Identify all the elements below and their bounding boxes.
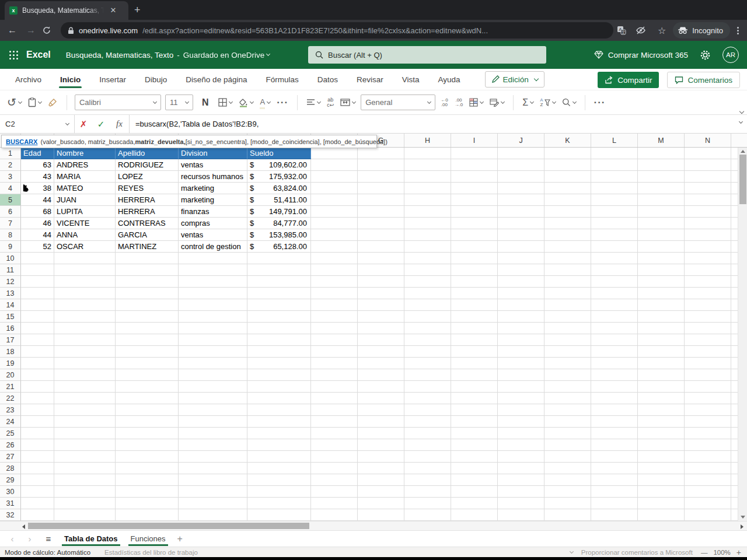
cell-D29[interactable] — [179, 474, 247, 486]
cell-E4[interactable]: $63,824.00 — [247, 183, 311, 194]
cell-A31[interactable] — [21, 498, 54, 509]
cell-C2[interactable]: RODRIGUEZ — [116, 159, 179, 171]
cell-G21[interactable] — [358, 381, 404, 393]
row-header-18[interactable]: 18 — [0, 346, 21, 358]
cell-M16[interactable] — [638, 323, 685, 334]
cell-B5[interactable]: JUAN — [54, 194, 116, 206]
cell-M4[interactable] — [638, 183, 685, 194]
column-header-H[interactable]: H — [404, 134, 451, 147]
cell-H31[interactable] — [404, 498, 451, 509]
insert-function-icon[interactable]: fx — [110, 115, 130, 133]
translate-icon[interactable]: A文 — [617, 26, 632, 35]
cell-J29[interactable] — [498, 474, 544, 486]
cell-I15[interactable] — [451, 311, 498, 323]
cell-E31[interactable] — [247, 498, 311, 509]
cell-G10[interactable] — [358, 253, 404, 264]
cell-K15[interactable] — [544, 311, 591, 323]
cell-B11[interactable] — [54, 264, 116, 276]
cell-N13[interactable] — [685, 288, 731, 299]
cell-A28[interactable] — [21, 463, 54, 474]
cell-M5[interactable] — [638, 194, 685, 206]
cell-J26[interactable] — [498, 439, 544, 451]
save-status-chevron-icon[interactable] — [266, 52, 270, 56]
cell-G17[interactable] — [358, 334, 404, 346]
account-avatar[interactable]: AR — [722, 47, 739, 63]
cell-E2[interactable]: $109,602.00 — [247, 159, 311, 171]
cell-D8[interactable]: ventas — [179, 229, 247, 241]
cell-G25[interactable] — [358, 428, 404, 439]
cell-L31[interactable] — [591, 498, 638, 509]
row-header-16[interactable]: 16 — [0, 323, 21, 334]
cell-A11[interactable] — [21, 264, 54, 276]
cell-C18[interactable] — [116, 346, 179, 358]
cell-B27[interactable] — [54, 451, 116, 463]
name-box[interactable]: C2 — [0, 115, 75, 133]
cell-C29[interactable] — [116, 474, 179, 486]
cell-A24[interactable] — [21, 416, 54, 428]
font-color-icon[interactable]: A — [259, 94, 271, 110]
cell-H32[interactable] — [404, 509, 451, 521]
cell-H30[interactable] — [404, 486, 451, 498]
cell-F5[interactable] — [311, 194, 358, 206]
cell-D22[interactable] — [179, 393, 247, 404]
align-icon[interactable] — [305, 97, 322, 107]
cell-L9[interactable] — [591, 241, 638, 253]
cell-L3[interactable] — [591, 171, 638, 183]
cell-G8[interactable] — [358, 229, 404, 241]
cell-A29[interactable] — [21, 474, 54, 486]
cell-M2[interactable] — [638, 159, 685, 171]
cell-D15[interactable] — [179, 311, 247, 323]
cell-K1[interactable] — [544, 148, 591, 159]
cell-L12[interactable] — [591, 276, 638, 288]
cell-L6[interactable] — [591, 206, 638, 218]
cell-F25[interactable] — [311, 428, 358, 439]
cell-A30[interactable] — [21, 486, 54, 498]
cell-F7[interactable] — [311, 218, 358, 229]
cell-A8[interactable]: 44 — [21, 229, 54, 241]
cell-F29[interactable] — [311, 474, 358, 486]
cell-F15[interactable] — [311, 311, 358, 323]
cell-D30[interactable] — [179, 486, 247, 498]
cell-D19[interactable] — [179, 358, 247, 369]
browser-menu-icon[interactable] — [734, 27, 742, 34]
cell-M31[interactable] — [638, 498, 685, 509]
cell-C13[interactable] — [116, 288, 179, 299]
cell-G3[interactable] — [358, 171, 404, 183]
cell-C10[interactable] — [116, 253, 179, 264]
cell-H1[interactable] — [404, 148, 451, 159]
cell-G2[interactable] — [358, 159, 404, 171]
row-header-12[interactable]: 12 — [0, 276, 21, 288]
cell-F10[interactable] — [311, 253, 358, 264]
cell-N7[interactable] — [685, 218, 731, 229]
cell-D21[interactable] — [179, 381, 247, 393]
cell-N30[interactable] — [685, 486, 731, 498]
cell-I29[interactable] — [451, 474, 498, 486]
cell-K6[interactable] — [544, 206, 591, 218]
cell-H9[interactable] — [404, 241, 451, 253]
cell-I32[interactable] — [451, 509, 498, 521]
cell-E9[interactable]: $65,128.00 — [247, 241, 311, 253]
cell-F8[interactable] — [311, 229, 358, 241]
cell-M30[interactable] — [638, 486, 685, 498]
cell-J6[interactable] — [498, 206, 544, 218]
cell-K14[interactable] — [544, 299, 591, 311]
cell-C24[interactable] — [116, 416, 179, 428]
cell-H3[interactable] — [404, 171, 451, 183]
cell-I4[interactable] — [451, 183, 498, 194]
cell-M27[interactable] — [638, 451, 685, 463]
forward-icon[interactable]: → — [23, 25, 39, 36]
cell-N5[interactable] — [685, 194, 731, 206]
cell-N8[interactable] — [685, 229, 731, 241]
paste-icon[interactable] — [27, 96, 43, 108]
cell-B23[interactable] — [54, 404, 116, 416]
cell-I12[interactable] — [451, 276, 498, 288]
cell-M28[interactable] — [638, 463, 685, 474]
reload-icon[interactable] — [42, 26, 57, 35]
row-header-27[interactable]: 27 — [0, 451, 21, 463]
cell-N24[interactable] — [685, 416, 731, 428]
sheet-list-menu-icon[interactable]: ≡ — [41, 534, 56, 544]
row-header-31[interactable]: 31 — [0, 498, 21, 509]
cell-A19[interactable] — [21, 358, 54, 369]
cell-B19[interactable] — [54, 358, 116, 369]
bold-button[interactable]: N — [197, 97, 214, 108]
